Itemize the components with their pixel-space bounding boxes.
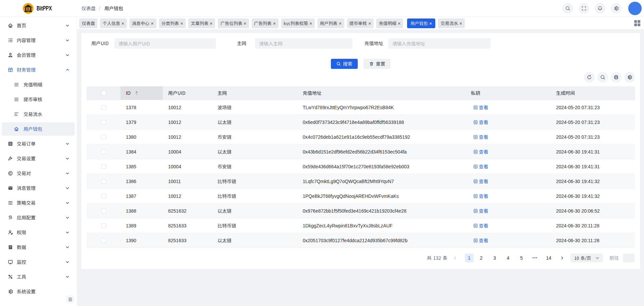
svg-text:B: B xyxy=(27,7,30,11)
